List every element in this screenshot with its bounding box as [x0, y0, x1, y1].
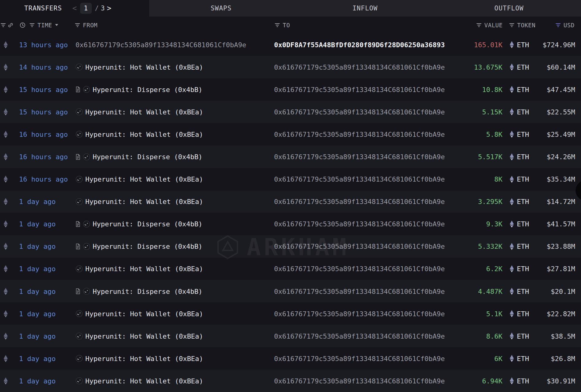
row-token-label: ETH [517, 310, 529, 317]
row-from[interactable]: 0x616767179c5305a89f13348134C681061Cf0bA… [76, 41, 246, 48]
row-to-address[interactable]: 0x616767179c5305a89f13348134C681061Cf0bA… [274, 153, 445, 161]
row-time-link[interactable]: 1 day ago [19, 198, 56, 206]
row-to-address[interactable]: 0x616767179c5305a89f13348134C681061Cf0bA… [274, 108, 445, 116]
row-time-link[interactable]: 14 hours ago [19, 63, 68, 71]
tab-swaps[interactable]: SWAPS [149, 0, 293, 17]
row-to-address[interactable]: 0x616767179c5305a89f13348134C681061Cf0bA… [274, 175, 445, 183]
row-time-link[interactable]: 16 hours ago [19, 130, 68, 138]
row-to-address[interactable]: 0x616767179c5305a89f13348134C681061Cf0bA… [274, 86, 445, 93]
row-to-address[interactable]: 0x616767179c5305a89f13348134C681061Cf0bA… [274, 220, 445, 228]
row-from[interactable]: Hyperunit: Disperse (0x4bB) [76, 86, 203, 93]
filter-icon[interactable] [1, 23, 6, 27]
row-to-address[interactable]: 0x0DF8A7f55A48BfDf0280f89D6f28D06250a368… [274, 41, 445, 48]
filter-icon [1, 23, 6, 27]
eth-chain-icon [3, 332, 8, 340]
row-token: ETH [509, 310, 529, 317]
tab-transfers[interactable]: TRANSFERS < 1 / 3 > [0, 0, 149, 17]
row-to-address[interactable]: 0x616767179c5305a89f13348134C681061Cf0bA… [274, 332, 445, 340]
page-separator: / [95, 5, 99, 12]
table-row[interactable]: 1 day ago Hyperunit: Hot Wallet (0xBEa) … [0, 258, 581, 280]
row-from[interactable]: Hyperunit: Hot Wallet (0xBEa) [76, 108, 203, 116]
table-row[interactable]: 13 hours ago 0x616767179c5305a89f1334813… [0, 33, 581, 56]
row-usd: $22.55M [547, 108, 575, 116]
column-from[interactable]: FROM [75, 22, 98, 29]
table-row[interactable]: 16 hours ago Hyperunit: Hot Wallet (0xBE… [0, 168, 581, 190]
column-value[interactable]: VALUE [476, 22, 503, 29]
row-to-address[interactable]: 0x616767179c5305a89f13348134C681061Cf0bA… [274, 355, 445, 362]
table-row[interactable]: 1 day ago Hyperunit: Hot Wallet (0xBEa) … [0, 190, 581, 213]
row-to-address[interactable]: 0x616767179c5305a89f13348134C681061Cf0bA… [274, 377, 445, 385]
row-token-label: ETH [517, 63, 529, 71]
row-time-link[interactable]: 1 day ago [19, 332, 56, 340]
row-from[interactable]: Hyperunit: Hot Wallet (0xBEa) [76, 130, 203, 138]
row-from[interactable]: Hyperunit: Disperse (0x4bB) [76, 220, 203, 228]
eth-token-icon [509, 332, 514, 340]
row-from[interactable]: Hyperunit: Hot Wallet (0xBEa) [76, 63, 203, 71]
tab-inflow[interactable]: INFLOW [293, 0, 437, 17]
row-token-label: ETH [517, 86, 529, 93]
table-row[interactable]: 15 hours ago Hyperunit: Hot Wallet (0xBE… [0, 101, 581, 123]
table-row[interactable]: 16 hours ago Hyperunit: Hot Wallet (0xBE… [0, 123, 581, 145]
row-token: ETH [509, 41, 529, 48]
row-time-link[interactable]: 1 day ago [19, 220, 56, 228]
row-to-address[interactable]: 0x616767179c5305a89f13348134C681061Cf0bA… [274, 63, 445, 71]
row-time-link[interactable]: 15 hours ago [19, 86, 68, 93]
link-icon[interactable] [8, 22, 14, 28]
table-row[interactable]: 1 day ago Hyperunit: Hot Wallet (0xBEa) … [0, 370, 581, 392]
table-row[interactable]: 14 hours ago Hyperunit: Hot Wallet (0xBE… [0, 56, 581, 78]
row-from[interactable]: Hyperunit: Hot Wallet (0xBEa) [76, 198, 203, 206]
row-time-link[interactable]: 1 day ago [19, 355, 56, 362]
row-from[interactable]: Hyperunit: Hot Wallet (0xBEa) [76, 265, 203, 273]
row-to-address[interactable]: 0x616767179c5305a89f13348134C681061Cf0bA… [274, 243, 445, 250]
column-token[interactable]: TOKEN [509, 22, 536, 29]
link-icon [8, 22, 14, 28]
row-from[interactable]: Hyperunit: Hot Wallet (0xBEa) [76, 355, 203, 362]
row-time-link[interactable]: 1 day ago [19, 310, 56, 317]
row-token: ETH [509, 198, 529, 206]
row-time-link[interactable]: 1 day ago [19, 243, 56, 250]
row-from[interactable]: Hyperunit: Hot Wallet (0xBEa) [76, 310, 203, 317]
table-row[interactable]: 1 day ago Hyperunit: Disperse (0x4bB) 0x… [0, 213, 581, 235]
table-row[interactable]: 1 day ago Hyperunit: Disperse (0x4bB) 0x… [0, 235, 581, 258]
table-row[interactable]: 1 day ago Hyperunit: Hot Wallet (0xBEa) … [0, 347, 581, 370]
table-row[interactable]: 1 day ago Hyperunit: Hot Wallet (0xBEa) … [0, 325, 581, 347]
transfers-panel: TRANSFERS < 1 / 3 > SWAPS INFLOW OUTFLOW… [0, 0, 581, 392]
row-to-address[interactable]: 0x616767179c5305a89f13348134C681061Cf0bA… [274, 130, 445, 138]
row-time-link[interactable]: 13 hours ago [19, 41, 68, 48]
row-time-link[interactable]: 1 day ago [19, 287, 56, 295]
row-token-label: ETH [517, 108, 529, 116]
row-from[interactable]: Hyperunit: Disperse (0x4bB) [76, 153, 203, 161]
row-from[interactable]: Hyperunit: Hot Wallet (0xBEa) [76, 377, 203, 385]
tab-transfers-label: TRANSFERS [24, 5, 62, 12]
hyperunit-entity-icon [76, 332, 83, 340]
row-to-address[interactable]: 0x616767179c5305a89f13348134C681061Cf0bA… [274, 287, 445, 295]
row-to-address[interactable]: 0x616767179c5305a89f13348134C681061Cf0bA… [274, 198, 445, 206]
row-from[interactable]: Hyperunit: Disperse (0x4bB) [76, 287, 203, 295]
row-from[interactable]: Hyperunit: Hot Wallet (0xBEa) [76, 175, 203, 183]
row-time-link[interactable]: 16 hours ago [19, 153, 68, 161]
row-time-link[interactable]: 1 day ago [19, 265, 56, 273]
eth-chain-icon [3, 377, 8, 385]
row-to-address[interactable]: 0x616767179c5305a89f13348134C681061Cf0bA… [274, 265, 445, 273]
row-value: 4.487K [478, 287, 502, 295]
row-from[interactable]: Hyperunit: Disperse (0x4bB) [76, 243, 203, 250]
row-to-address[interactable]: 0x616767179c5305a89f13348134C681061Cf0bA… [274, 310, 445, 317]
row-from[interactable]: Hyperunit: Hot Wallet (0xBEa) [76, 332, 203, 340]
table-row[interactable]: 15 hours ago Hyperunit: Disperse (0x4bB)… [0, 78, 581, 101]
prev-page-icon[interactable]: < [71, 4, 79, 13]
table-row[interactable]: 1 day ago Hyperunit: Hot Wallet (0xBEa) … [0, 302, 581, 325]
table-row[interactable]: 16 hours ago Hyperunit: Disperse (0x4bB)… [0, 145, 581, 168]
row-time-link[interactable]: 1 day ago [19, 377, 56, 385]
row-token: ETH [509, 86, 529, 93]
column-to[interactable]: TO [275, 22, 290, 29]
row-time-link[interactable]: 15 hours ago [19, 108, 68, 116]
eth-token-icon [509, 153, 514, 160]
row-time-link[interactable]: 16 hours ago [19, 175, 68, 183]
column-usd[interactable]: USD [556, 22, 575, 29]
row-usd: $30.91M [547, 377, 575, 385]
next-page-icon[interactable]: > [105, 4, 113, 13]
table-row[interactable]: 1 day ago Hyperunit: Disperse (0x4bB) 0x… [0, 280, 581, 302]
clock-icon[interactable] [20, 22, 25, 28]
tab-outflow[interactable]: OUTFLOW [437, 0, 581, 17]
column-time[interactable]: TIME [29, 22, 58, 29]
